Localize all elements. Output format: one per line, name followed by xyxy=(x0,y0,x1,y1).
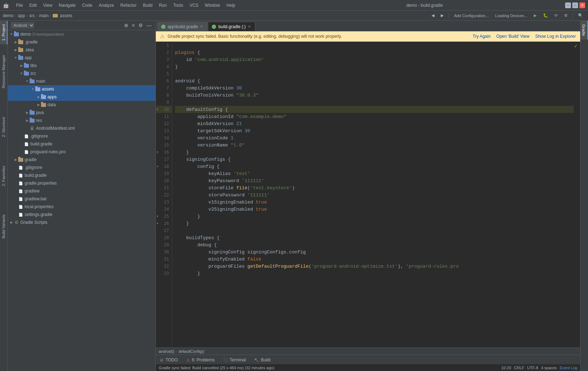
build-gradle-app-icon: 📄 xyxy=(24,141,29,147)
search-button[interactable]: 🔍 xyxy=(576,12,585,19)
menu-item-help[interactable]: Help xyxy=(224,2,238,9)
tree-item-gradle-scripts[interactable]: ▶ ⚙ Gradle Scripts xyxy=(8,218,155,226)
menu-item-navigate[interactable]: Navigate xyxy=(56,2,78,9)
breadcrumb-src[interactable]: src xyxy=(29,13,35,18)
add-configuration-button[interactable]: Add Configuration... xyxy=(452,13,491,19)
minimize-button[interactable]: ─ xyxy=(565,2,571,8)
tab-terminal[interactable]: ⬛ Terminal xyxy=(219,356,250,364)
menu-item-vcs[interactable]: VCS xyxy=(187,2,201,9)
breadcrumb-demo[interactable]: demo xyxy=(3,13,14,18)
panel-minimize-btn[interactable]: — xyxy=(145,22,153,29)
tab-problems[interactable]: ⚠ 6: Problems xyxy=(182,356,219,364)
breadcrumb-android[interactable]: android() xyxy=(159,349,174,354)
separator2 xyxy=(573,13,573,19)
line-num-24: 24 xyxy=(156,206,172,213)
view-mode-dropdown[interactable]: Android Project xyxy=(11,22,34,29)
tree-item-java[interactable]: ▶ java xyxy=(8,109,155,117)
tab-app-build-gradle[interactable]: app\build.gradle ✕ xyxy=(157,22,208,31)
tree-item-demo[interactable]: ▼ demo D:\workspace\demo xyxy=(8,30,155,38)
tree-item-gitignore-root[interactable]: ▶ 📄 .gitignore xyxy=(8,164,155,171)
back-button[interactable]: ◀ xyxy=(429,12,436,19)
debug-button[interactable]: 🐛 xyxy=(541,12,550,19)
code-line-19: keyAlias 'test' xyxy=(175,170,574,177)
tree-item-gradlew[interactable]: ▶ 📄 gradlew xyxy=(8,187,155,195)
tree-item-gradle-properties[interactable]: ▶ 📄 gradle.properties xyxy=(8,179,155,187)
tree-item-gitignore-app[interactable]: ▶ 📄 .gitignore xyxy=(8,132,155,140)
line-num-17: 17 xyxy=(156,156,172,163)
run-button[interactable]: ▶ xyxy=(532,12,539,19)
project-tab[interactable]: 1: Project xyxy=(0,21,7,44)
breadcrumb-app[interactable]: app xyxy=(18,13,25,18)
tree-item-gradle[interactable]: ▶ .gradle xyxy=(8,38,155,46)
event-log-link[interactable]: Event Log xyxy=(559,366,577,370)
tree-item-build-gradle-app[interactable]: ▶ 📄 build.gradle xyxy=(8,140,155,148)
panel-action-1[interactable]: ⊕ xyxy=(123,22,129,29)
tree-item-proguard[interactable]: ▶ 📄 proguard-rules.pro xyxy=(8,148,155,156)
menu-item-run[interactable]: Run xyxy=(156,2,170,9)
code-content[interactable]: plugins { id 'com.android.application' }… xyxy=(172,42,574,347)
tree-item-main[interactable]: ▼ main xyxy=(8,77,155,85)
panel-action-gear[interactable]: ⚙ xyxy=(137,22,144,29)
tree-item-settings-gradle[interactable]: ▶ 📄 settings.gradle xyxy=(8,211,155,218)
line-num-28: 28 xyxy=(156,234,172,241)
tree-item-app[interactable]: ▼ app xyxy=(8,54,155,62)
tree-item-libs[interactable]: ▶ libs xyxy=(8,62,155,69)
tab-todo[interactable]: ☑ TODO xyxy=(156,356,182,364)
gradle-right-tab[interactable]: Gradle xyxy=(581,21,588,40)
tree-item-idea[interactable]: ▶ .idea xyxy=(8,46,155,54)
tree-item-data[interactable]: ▶ data xyxy=(8,101,155,109)
tree-item-apps[interactable]: ▶ apps xyxy=(8,93,155,101)
tab-close-1[interactable]: ✕ xyxy=(200,25,203,29)
build-variants-tab[interactable]: Build Variants xyxy=(0,211,7,242)
menu-item-tools[interactable]: Tools xyxy=(170,2,186,9)
breadcrumb-main[interactable]: main xyxy=(39,13,48,18)
tab-build[interactable]: 🔨 Build xyxy=(250,356,275,364)
tree-item-gradlew-bat[interactable]: ▶ 📄 gradlew.bat xyxy=(8,195,155,203)
settings-button[interactable]: ⚙ xyxy=(562,12,570,19)
panel-action-2[interactable]: ≡ xyxy=(131,22,136,29)
line-num-1: 1 xyxy=(156,42,172,49)
menu-item-analyze[interactable]: Analyze xyxy=(96,2,117,9)
line-num-32: 32 xyxy=(156,263,172,270)
tree-item-res[interactable]: ▶ res xyxy=(8,117,155,124)
line-num-22: 22 xyxy=(156,191,172,199)
code-line-29: debug { xyxy=(175,241,574,248)
tab-close-2[interactable]: ✕ xyxy=(248,25,251,29)
breadcrumb-defaultconfig[interactable]: defaultConfig() xyxy=(179,349,204,354)
tree-item-gradle-root[interactable]: ▶ gradle xyxy=(8,156,155,164)
close-button[interactable]: ✕ xyxy=(579,2,585,8)
tab-label-build-gradle: build.gradle (:) xyxy=(218,24,246,29)
breadcrumb-assets[interactable]: assets xyxy=(60,13,72,18)
code-line-8: buildToolsVersion "30.0.3" xyxy=(175,92,574,99)
manifest-icon: ☰ xyxy=(29,125,35,131)
tree-item-manifest[interactable]: ▶ ☰ AndroidManifest.xml xyxy=(8,124,155,132)
time-display: 10:20 xyxy=(501,366,511,370)
src-folder-icon xyxy=(24,71,29,76)
code-line-27 xyxy=(175,227,574,234)
open-build-view-link[interactable]: Open 'Build' View xyxy=(496,34,530,39)
tree-item-src[interactable]: ▼ src xyxy=(8,69,155,77)
tree-item-local-props[interactable]: ▶ 📄 local.properties xyxy=(8,203,155,211)
menu-item-code[interactable]: Code xyxy=(79,2,95,9)
menu-item-view[interactable]: View xyxy=(40,2,55,9)
app-folder-icon xyxy=(18,55,24,61)
menu-item-edit[interactable]: Edit xyxy=(26,2,40,9)
resource-manager-tab[interactable]: Resource Manager xyxy=(0,51,7,92)
tab-build-gradle[interactable]: build.gradle (:) ✕ xyxy=(208,22,255,31)
forward-button[interactable]: ▶ xyxy=(439,12,446,19)
menu-item-window[interactable]: Window xyxy=(202,2,223,9)
favorites-tab[interactable]: 2: Favorites xyxy=(0,162,7,190)
menu-item-build[interactable]: Build xyxy=(140,2,155,9)
menu-item-file[interactable]: File xyxy=(13,2,26,9)
try-again-link[interactable]: Try Again xyxy=(473,34,491,39)
tree-item-assets[interactable]: ▼ assets xyxy=(8,85,155,93)
tree-item-build-gradle-root[interactable]: ▶ 📄 build.gradle xyxy=(8,171,155,179)
menu-item-refactor[interactable]: Refactor xyxy=(118,2,139,9)
show-log-link[interactable]: Show Log in Explorer xyxy=(535,34,576,39)
maximize-button[interactable]: □ xyxy=(572,2,578,8)
code-line-13: targetSdkVersion 30 xyxy=(175,127,574,134)
code-line-17: signingConfigs { xyxy=(175,156,574,163)
structure-tab[interactable]: 2: Structure xyxy=(0,113,7,141)
sync-button[interactable]: ⟳ xyxy=(552,12,560,19)
loading-devices-button[interactable]: Loading Devices... xyxy=(493,13,530,19)
